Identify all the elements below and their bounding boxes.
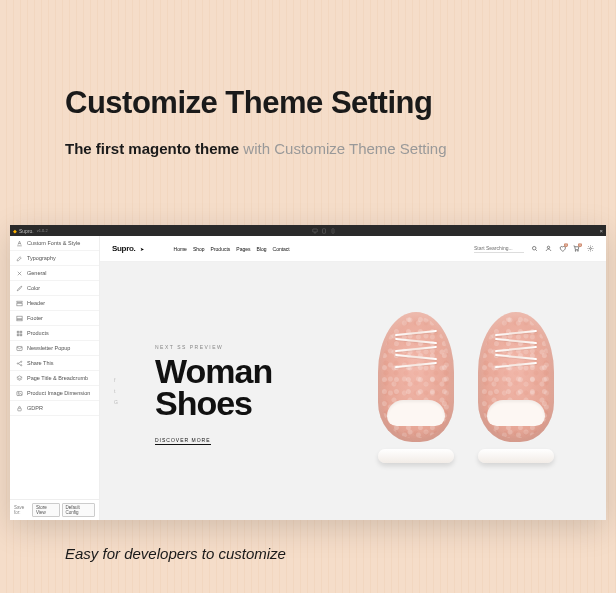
- sidebar-item-typography[interactable]: Typography: [10, 251, 99, 266]
- shoe-right: [472, 306, 560, 471]
- cart-icon[interactable]: 0: [572, 245, 580, 253]
- mobile-view-icon[interactable]: [330, 228, 336, 234]
- discover-more-link[interactable]: DISCOVER MORE: [155, 437, 211, 445]
- site-header: Supro. ➤ Home Shop Products Pages Blog C…: [100, 236, 606, 262]
- headline-line-2: Shoes: [155, 384, 252, 422]
- app-version: v1.0.2: [37, 228, 48, 233]
- search-icon[interactable]: [530, 245, 538, 253]
- hero-eyebrow: NEXT SS PREVIEW: [155, 344, 223, 350]
- sidebar-item-label: GDPR: [27, 405, 43, 411]
- sidebar-item-label: Share This: [27, 360, 54, 366]
- svg-rect-3: [16, 301, 21, 302]
- tablet-view-icon[interactable]: [321, 228, 327, 234]
- svg-point-13: [20, 361, 21, 362]
- social-facebook-icon[interactable]: f: [114, 377, 118, 383]
- sidebar-item-label: Product Image Dimension: [27, 390, 90, 396]
- nav-home[interactable]: Home: [174, 246, 187, 252]
- mail-icon: [15, 344, 23, 352]
- settings-icon[interactable]: [586, 245, 594, 253]
- shoe-left: [372, 306, 460, 471]
- close-icon[interactable]: ×: [599, 228, 603, 234]
- main-nav: Home Shop Products Pages Blog Contact: [174, 246, 290, 252]
- sidebar-item-label: Typography: [27, 255, 56, 261]
- svg-point-21: [577, 250, 578, 251]
- sidebar-item-fonts[interactable]: Custom Fonts & Style: [10, 236, 99, 251]
- sidebar-item-label: Newsletter Popup: [27, 345, 70, 351]
- sidebar-item-image[interactable]: Product Image Dimension: [10, 386, 99, 401]
- sidebar-footer: Save for: Store View Default Config: [10, 499, 99, 520]
- page-subtitle: The first magento theme with Customize T…: [65, 140, 447, 157]
- nav-blog[interactable]: Blog: [257, 246, 267, 252]
- sidebar-item-label: Page Title & Breadcrumb: [27, 375, 88, 381]
- nav-products[interactable]: Products: [211, 246, 231, 252]
- nav-shop[interactable]: Shop: [193, 246, 205, 252]
- sidebar-item-newsletter[interactable]: Newsletter Popup: [10, 341, 99, 356]
- fonts-icon: [15, 239, 23, 247]
- cart-badge: 0: [578, 243, 582, 247]
- store-view-button[interactable]: Store View: [32, 503, 59, 517]
- svg-rect-15: [16, 391, 21, 395]
- customizer-window: ◆ Supro. v1.0.2 × Custom Fonts & Style T…: [10, 225, 606, 520]
- sidebar-item-label: Footer: [27, 315, 43, 321]
- sidebar-item-color[interactable]: Color: [10, 281, 99, 296]
- svg-rect-10: [20, 334, 22, 336]
- wishlist-icon[interactable]: 0: [558, 245, 566, 253]
- page-title: Customize Theme Setting: [65, 85, 432, 121]
- site-logo[interactable]: Supro.: [112, 244, 136, 253]
- svg-rect-5: [16, 319, 21, 320]
- desktop-view-icon[interactable]: [312, 228, 318, 234]
- social-twitter-icon[interactable]: t: [114, 388, 118, 394]
- svg-point-18: [532, 246, 536, 250]
- image-icon: [15, 389, 23, 397]
- settings-sidebar: Custom Fonts & Style Typography General …: [10, 236, 100, 520]
- account-icon[interactable]: [544, 245, 552, 253]
- footer-caption: Easy for developers to customize: [65, 545, 286, 562]
- window-titlebar: ◆ Supro. v1.0.2 ×: [10, 225, 606, 236]
- wishlist-badge: 0: [564, 243, 568, 247]
- sidebar-item-share[interactable]: Share This: [10, 356, 99, 371]
- svg-rect-2: [332, 228, 334, 233]
- sidebar-item-header[interactable]: Header: [10, 296, 99, 311]
- subtitle-rest: with Customize Theme Setting: [239, 140, 446, 157]
- cursor-icon: ➤: [140, 246, 144, 252]
- sidebar-item-label: Color: [27, 285, 40, 291]
- app-logo-icon: ◆: [13, 228, 17, 234]
- svg-rect-6: [16, 316, 21, 319]
- sidebar-item-footer[interactable]: Footer: [10, 311, 99, 326]
- default-config-button[interactable]: Default Config: [62, 503, 96, 517]
- svg-point-16: [18, 392, 19, 393]
- sidebar-item-general[interactable]: General: [10, 266, 99, 281]
- hero-product-image: [366, 302, 566, 482]
- brush-icon: [15, 284, 23, 292]
- svg-point-22: [589, 248, 591, 250]
- svg-rect-9: [17, 334, 19, 336]
- svg-point-14: [20, 364, 21, 365]
- sidebar-item-products[interactable]: Products: [10, 326, 99, 341]
- share-icon: [15, 359, 23, 367]
- svg-rect-8: [20, 331, 22, 333]
- grid-icon: [15, 329, 23, 337]
- tools-icon: [15, 269, 23, 277]
- svg-rect-0: [312, 229, 317, 232]
- svg-point-20: [575, 250, 576, 251]
- preview-pane: Supro. ➤ Home Shop Products Pages Blog C…: [100, 236, 606, 520]
- sidebar-item-gdpr[interactable]: GDPR: [10, 401, 99, 416]
- social-google-icon[interactable]: G: [114, 399, 118, 405]
- svg-point-19: [547, 246, 549, 248]
- sidebar-item-label: General: [27, 270, 47, 276]
- sidebar-item-breadcrumb[interactable]: Page Title & Breadcrumb: [10, 371, 99, 386]
- subtitle-strong: The first magento theme: [65, 140, 239, 157]
- sidebar-item-label: Header: [27, 300, 45, 306]
- edit-icon: [15, 254, 23, 262]
- sidebar-list: Custom Fonts & Style Typography General …: [10, 236, 99, 499]
- app-title: Supro.: [19, 228, 34, 234]
- nav-contact[interactable]: Contact: [273, 246, 290, 252]
- hero-stage: f t G NEXT SS PREVIEW Woman Shoes DISCOV…: [100, 262, 606, 520]
- search-input[interactable]: [474, 244, 524, 253]
- nav-pages[interactable]: Pages: [236, 246, 250, 252]
- lock-icon: [15, 404, 23, 412]
- social-rail: f t G: [114, 377, 118, 405]
- sidebar-item-label: Products: [27, 330, 49, 336]
- header-icon: [15, 299, 23, 307]
- svg-point-12: [17, 362, 18, 363]
